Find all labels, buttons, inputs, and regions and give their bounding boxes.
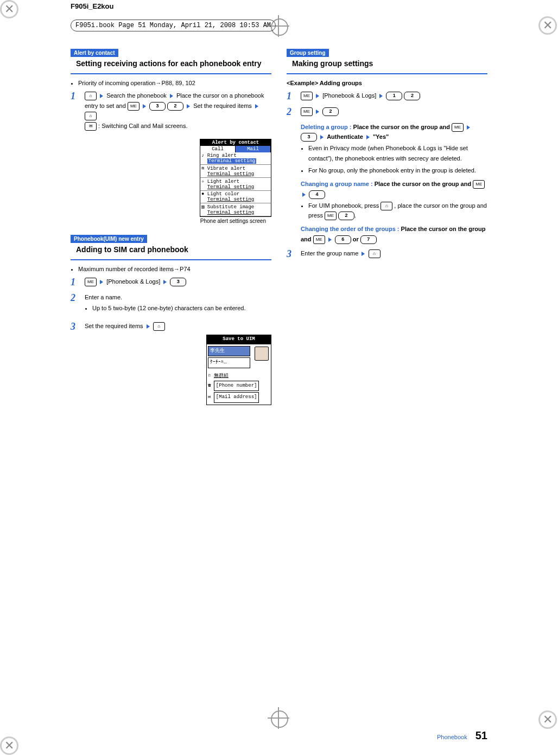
- arrow-icon: [320, 135, 324, 139]
- sim-step3: Set the required items ⌂ Save to UIM 李先生…: [85, 321, 271, 406]
- section-title-uim: Adding to SIM card phonebook: [71, 243, 271, 256]
- section-title-group: Making group settings: [287, 57, 487, 70]
- avatar-placeholder: [255, 347, 269, 361]
- book-icon: ⌂: [381, 202, 392, 210]
- phone-screen-caption: Phone alert settings screen: [200, 218, 271, 224]
- menu-icon: ME: [301, 107, 313, 116]
- step-number-3: 3: [71, 321, 80, 406]
- key-6: 6: [335, 235, 351, 244]
- menu-icon: ME: [325, 212, 337, 220]
- section-tag-uim: Phonebook(UIM) new entry: [71, 235, 147, 243]
- key-3: 3: [301, 133, 317, 142]
- menu-icon: ME: [128, 102, 140, 111]
- right-column: Group setting Making group settings <Exa…: [287, 49, 487, 702]
- del-note-2: For No group, only the phonebook entry i…: [308, 165, 487, 176]
- menu-icon: ME: [452, 123, 464, 132]
- arrow-icon: [379, 94, 383, 98]
- key-2: 2: [404, 92, 420, 100]
- uim-phonebook-note: For UIM phonebook, press ⌂ , place the c…: [308, 201, 487, 221]
- change-name-label: Changing a group name :: [301, 181, 373, 187]
- key-3: 3: [149, 102, 166, 111]
- book-icon: ⌂: [153, 322, 165, 331]
- key-7: 7: [360, 235, 377, 244]
- step-number-2: 2: [287, 106, 296, 244]
- book-icon: ⌂: [85, 92, 97, 100]
- key-2: 2: [338, 212, 354, 220]
- arrow-icon: [316, 94, 319, 98]
- arrow-icon: [328, 238, 332, 242]
- phone-alert-screen: Alert by contact Call Mail ♪ Ring alert …: [200, 139, 271, 217]
- menu-icon: ME: [85, 278, 97, 286]
- tab-mail: Mail: [236, 146, 271, 152]
- arrow-icon: [366, 135, 370, 139]
- change-order-label: Changing the order of the groups :: [301, 226, 400, 232]
- crop-mark-tr: ✕: [538, 16, 557, 35]
- arrow-icon: [467, 125, 470, 130]
- section-tag-alert: Alert by contact: [71, 49, 118, 57]
- delete-group-label: Deleting a group :: [301, 124, 352, 130]
- menu-icon: ME: [473, 180, 485, 189]
- envelope-icon: ✉: [85, 122, 97, 131]
- crop-mark-bl: ✕: [0, 736, 18, 755]
- arrow-icon: [316, 110, 319, 114]
- left-column: Alert by contact Setting receiving actio…: [71, 49, 271, 702]
- arrow-icon: [143, 104, 146, 108]
- group-step2: ME 2 Deleting a group : Place the cursor…: [301, 106, 487, 244]
- bullet-priority: Priority of incoming operation→P88, 89, …: [78, 80, 271, 86]
- key-2: 2: [167, 102, 183, 111]
- menu-icon: ME: [301, 92, 313, 100]
- arrow-icon: [147, 324, 150, 329]
- arrow-icon: [255, 104, 258, 108]
- footer-section: Phonebook: [437, 734, 467, 740]
- bullet-max-items: Maximum number of recorded items→P74: [78, 266, 271, 272]
- registration-mark-bottom: [270, 709, 288, 728]
- step-number-1: 1: [71, 91, 80, 131]
- step-number-1: 1: [287, 91, 296, 102]
- save-to-uim-screen: Save to UIM 李先生 ﾀｰﾁｰﾊ… ⚐ 無群組 ☎ [Phone nu…: [206, 335, 271, 405]
- step-number-3: 3: [287, 248, 296, 260]
- crop-mark-tl: ✕: [0, 0, 18, 18]
- book-icon: ⌂: [369, 249, 381, 258]
- del-note-1: Even in Privacy mode (when Phonebook & L…: [308, 143, 487, 163]
- page-number: 51: [475, 729, 487, 741]
- group-step1: ME [Phonebook & Logs] 1 2: [301, 91, 487, 102]
- key-2: 2: [322, 107, 339, 116]
- step-number-2: 2: [71, 292, 80, 317]
- sim-step1: ME [Phonebook & Logs] 3: [85, 277, 271, 288]
- section-tag-group: Group setting: [287, 49, 329, 57]
- key-3: 3: [170, 278, 186, 286]
- arrow-icon: [187, 104, 190, 108]
- arrow-icon: [100, 94, 103, 98]
- crop-mark-br: ✕: [538, 710, 557, 729]
- bullet-char-limit: Up to 5 two-byte (12 one-byte) character…: [92, 303, 271, 313]
- step-number-1: 1: [71, 277, 80, 288]
- arrow-icon: [163, 280, 167, 284]
- tab-call: Call: [200, 146, 236, 152]
- arrow-icon: [362, 252, 365, 256]
- example-heading: <Example> Adding groups: [287, 80, 487, 86]
- model-code: F905i_E2kou: [71, 2, 114, 10]
- key-4: 4: [309, 190, 325, 199]
- section-title-alert: Setting receiving actions for each phone…: [71, 57, 271, 70]
- menu-icon: ME: [313, 235, 325, 244]
- book-page-info: F905i.book Page 51 Monday, April 21, 200…: [71, 20, 276, 31]
- key-1: 1: [386, 92, 402, 100]
- group-step3: Enter the group name ⌂: [301, 248, 487, 260]
- step-1-text: ⌂ Search the phonebook Place the cursor …: [85, 91, 271, 131]
- book-icon: ⌂: [85, 112, 97, 120]
- sim-step2: Enter a name. Up to 5 two-byte (12 one-b…: [85, 292, 271, 317]
- footer: Phonebook 51: [437, 729, 487, 742]
- arrow-icon: [170, 94, 173, 98]
- arrow-icon: [302, 193, 306, 197]
- arrow-icon: [100, 280, 103, 284]
